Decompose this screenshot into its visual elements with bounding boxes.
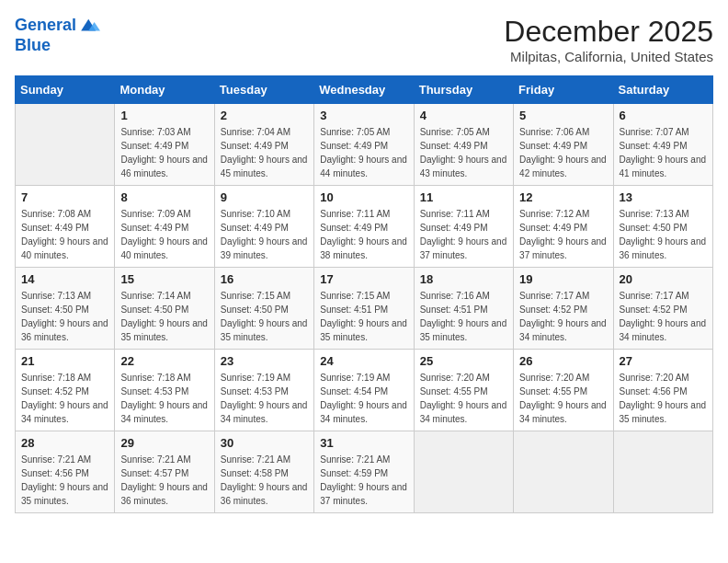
day-number: 28 — [21, 436, 108, 450]
calendar-cell: 9Sunrise: 7:10 AMSunset: 4:49 PMDaylight… — [214, 186, 313, 268]
col-header-monday: Monday — [115, 76, 214, 104]
day-number: 9 — [221, 190, 308, 204]
calendar-cell: 1Sunrise: 7:03 AMSunset: 4:49 PMDaylight… — [115, 104, 214, 186]
day-number: 11 — [420, 190, 507, 204]
day-info: Sunrise: 7:21 AMSunset: 4:57 PMDaylight:… — [120, 453, 208, 508]
page-header: General Blue December 2025 Milpitas, Cal… — [15, 15, 713, 64]
day-number: 16 — [221, 272, 308, 286]
day-info: Sunrise: 7:05 AMSunset: 4:49 PMDaylight:… — [420, 125, 507, 180]
day-info: Sunrise: 7:14 AMSunset: 4:50 PMDaylight:… — [120, 289, 208, 344]
day-info: Sunrise: 7:16 AMSunset: 4:51 PMDaylight:… — [420, 289, 507, 344]
day-info: Sunrise: 7:05 AMSunset: 4:49 PMDaylight:… — [320, 125, 407, 180]
day-number: 31 — [320, 436, 407, 450]
day-info: Sunrise: 7:10 AMSunset: 4:49 PMDaylight:… — [221, 207, 308, 262]
day-info: Sunrise: 7:17 AMSunset: 4:52 PMDaylight:… — [620, 289, 707, 344]
day-number: 23 — [221, 354, 308, 368]
col-header-wednesday: Wednesday — [314, 76, 414, 104]
day-info: Sunrise: 7:19 AMSunset: 4:53 PMDaylight:… — [221, 371, 308, 426]
day-info: Sunrise: 7:08 AMSunset: 4:49 PMDaylight:… — [21, 207, 108, 262]
calendar-cell: 11Sunrise: 7:11 AMSunset: 4:49 PMDayligh… — [414, 186, 513, 268]
calendar-cell — [16, 104, 115, 186]
calendar-cell: 23Sunrise: 7:19 AMSunset: 4:53 PMDayligh… — [214, 350, 313, 431]
day-number: 17 — [320, 272, 407, 286]
calendar-cell: 4Sunrise: 7:05 AMSunset: 4:49 PMDaylight… — [414, 104, 513, 186]
day-number: 12 — [519, 190, 607, 204]
day-info: Sunrise: 7:11 AMSunset: 4:49 PMDaylight:… — [320, 207, 407, 262]
day-number: 3 — [320, 109, 407, 122]
day-number: 30 — [221, 436, 308, 450]
day-info: Sunrise: 7:12 AMSunset: 4:49 PMDaylight:… — [519, 207, 607, 262]
calendar-week-row: 14Sunrise: 7:13 AMSunset: 4:50 PMDayligh… — [16, 268, 713, 350]
calendar-cell: 20Sunrise: 7:17 AMSunset: 4:52 PMDayligh… — [613, 268, 712, 350]
col-header-tuesday: Tuesday — [214, 76, 313, 104]
main-title: December 2025 — [504, 15, 713, 49]
day-info: Sunrise: 7:18 AMSunset: 4:52 PMDaylight:… — [21, 371, 108, 426]
calendar-cell: 24Sunrise: 7:19 AMSunset: 4:54 PMDayligh… — [314, 350, 414, 431]
day-number: 13 — [620, 190, 707, 204]
day-info: Sunrise: 7:06 AMSunset: 4:49 PMDaylight:… — [519, 125, 607, 180]
calendar-cell: 14Sunrise: 7:13 AMSunset: 4:50 PMDayligh… — [16, 268, 115, 350]
day-info: Sunrise: 7:20 AMSunset: 4:56 PMDaylight:… — [620, 371, 707, 426]
calendar-cell: 3Sunrise: 7:05 AMSunset: 4:49 PMDaylight… — [314, 104, 414, 186]
day-number: 24 — [320, 354, 407, 368]
calendar-cell: 10Sunrise: 7:11 AMSunset: 4:49 PMDayligh… — [314, 186, 414, 268]
day-info: Sunrise: 7:15 AMSunset: 4:50 PMDaylight:… — [221, 289, 308, 344]
day-number: 10 — [320, 190, 407, 204]
calendar-cell: 27Sunrise: 7:20 AMSunset: 4:56 PMDayligh… — [613, 350, 712, 431]
logo: General Blue — [15, 15, 102, 55]
calendar-week-row: 28Sunrise: 7:21 AMSunset: 4:56 PMDayligh… — [16, 431, 713, 513]
calendar-week-row: 21Sunrise: 7:18 AMSunset: 4:52 PMDayligh… — [16, 350, 713, 431]
day-number: 20 — [620, 272, 707, 286]
calendar-cell: 7Sunrise: 7:08 AMSunset: 4:49 PMDaylight… — [16, 186, 115, 268]
col-header-saturday: Saturday — [613, 76, 712, 104]
calendar-cell — [514, 431, 613, 513]
day-number: 1 — [120, 109, 208, 122]
day-info: Sunrise: 7:18 AMSunset: 4:53 PMDaylight:… — [120, 371, 208, 426]
col-header-friday: Friday — [514, 76, 613, 104]
day-number: 26 — [519, 354, 607, 368]
day-info: Sunrise: 7:15 AMSunset: 4:51 PMDaylight:… — [320, 289, 407, 344]
day-number: 25 — [420, 354, 507, 368]
day-info: Sunrise: 7:20 AMSunset: 4:55 PMDaylight:… — [420, 371, 507, 426]
calendar-table: SundayMondayTuesdayWednesdayThursdayFrid… — [15, 75, 713, 513]
day-number: 6 — [620, 109, 707, 122]
calendar-cell: 16Sunrise: 7:15 AMSunset: 4:50 PMDayligh… — [214, 268, 313, 350]
day-number: 22 — [120, 354, 208, 368]
day-number: 27 — [620, 354, 707, 368]
day-number: 19 — [519, 272, 607, 286]
day-info: Sunrise: 7:09 AMSunset: 4:49 PMDaylight:… — [120, 207, 208, 262]
day-number: 2 — [221, 109, 308, 122]
day-number: 4 — [420, 109, 507, 122]
day-info: Sunrise: 7:04 AMSunset: 4:49 PMDaylight:… — [221, 125, 308, 180]
calendar-cell: 29Sunrise: 7:21 AMSunset: 4:57 PMDayligh… — [115, 431, 214, 513]
calendar-cell — [613, 431, 712, 513]
calendar-cell: 13Sunrise: 7:13 AMSunset: 4:50 PMDayligh… — [613, 186, 712, 268]
calendar-week-row: 1Sunrise: 7:03 AMSunset: 4:49 PMDaylight… — [16, 104, 713, 186]
day-info: Sunrise: 7:07 AMSunset: 4:49 PMDaylight:… — [620, 125, 707, 180]
day-info: Sunrise: 7:19 AMSunset: 4:54 PMDaylight:… — [320, 371, 407, 426]
col-header-sunday: Sunday — [16, 76, 115, 104]
day-info: Sunrise: 7:03 AMSunset: 4:49 PMDaylight:… — [120, 125, 208, 180]
day-number: 5 — [519, 109, 607, 122]
calendar-cell: 5Sunrise: 7:06 AMSunset: 4:49 PMDaylight… — [514, 104, 613, 186]
day-info: Sunrise: 7:20 AMSunset: 4:55 PMDaylight:… — [519, 371, 607, 426]
calendar-header-row: SundayMondayTuesdayWednesdayThursdayFrid… — [16, 76, 713, 104]
calendar-cell: 28Sunrise: 7:21 AMSunset: 4:56 PMDayligh… — [16, 431, 115, 513]
day-info: Sunrise: 7:11 AMSunset: 4:49 PMDaylight:… — [420, 207, 507, 262]
calendar-cell: 26Sunrise: 7:20 AMSunset: 4:55 PMDayligh… — [514, 350, 613, 431]
day-info: Sunrise: 7:21 AMSunset: 4:59 PMDaylight:… — [320, 453, 407, 508]
day-number: 14 — [21, 272, 108, 286]
calendar-cell: 6Sunrise: 7:07 AMSunset: 4:49 PMDaylight… — [613, 104, 712, 186]
calendar-cell: 25Sunrise: 7:20 AMSunset: 4:55 PMDayligh… — [414, 350, 513, 431]
day-info: Sunrise: 7:21 AMSunset: 4:56 PMDaylight:… — [21, 453, 108, 508]
logo-text-line2: Blue — [15, 36, 51, 54]
calendar-cell: 31Sunrise: 7:21 AMSunset: 4:59 PMDayligh… — [314, 431, 414, 513]
calendar-cell: 12Sunrise: 7:12 AMSunset: 4:49 PMDayligh… — [514, 186, 613, 268]
day-number: 29 — [120, 436, 208, 450]
calendar-week-row: 7Sunrise: 7:08 AMSunset: 4:49 PMDaylight… — [16, 186, 713, 268]
calendar-cell: 22Sunrise: 7:18 AMSunset: 4:53 PMDayligh… — [115, 350, 214, 431]
day-info: Sunrise: 7:17 AMSunset: 4:52 PMDaylight:… — [519, 289, 607, 344]
logo-icon — [78, 15, 100, 37]
day-number: 21 — [21, 354, 108, 368]
day-info: Sunrise: 7:13 AMSunset: 4:50 PMDaylight:… — [620, 207, 707, 262]
